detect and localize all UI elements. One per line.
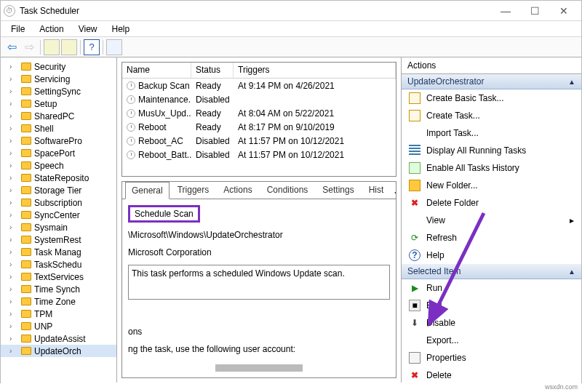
tree-item[interactable]: ›TextServices	[1, 271, 116, 283]
tab-settings[interactable]: Settings	[316, 181, 360, 199]
tab-actions[interactable]: Actions	[217, 181, 258, 199]
task-row[interactable]: Maintenance...Disabled	[122, 92, 396, 106]
actions-section-2[interactable]: Selected Item ▲	[402, 264, 581, 279]
expand-icon: ›	[9, 211, 18, 219]
action-item[interactable]: New Folder...	[402, 177, 581, 194]
tree-item[interactable]: ›StateReposito	[1, 172, 116, 184]
menu-file[interactable]: File	[5, 23, 31, 36]
tree-item-label: StateReposito	[34, 173, 89, 183]
action-item[interactable]: ⟳Refresh	[402, 229, 581, 247]
nav-forward-button[interactable]: ⇨	[21, 39, 37, 55]
action-item[interactable]: Import Task...	[402, 124, 581, 142]
task-status: Disabled	[191, 94, 234, 105]
tree-item[interactable]: ›Security	[1, 60, 116, 73]
folder-icon	[21, 335, 31, 343]
folder-icon	[21, 174, 31, 182]
toolbar-button-1[interactable]	[44, 39, 60, 55]
action-label: Disable	[426, 318, 455, 328]
action-item[interactable]: ✖Delete Folder	[402, 194, 581, 212]
tree-item[interactable]: ›SoftwarePro	[1, 135, 116, 147]
action-item[interactable]: Create Basic Task...	[402, 89, 581, 107]
tree-item[interactable]: ›SharedPC	[1, 110, 116, 122]
action-item[interactable]: Display All Running Tasks	[402, 142, 581, 159]
action-item[interactable]: Export...	[402, 332, 581, 349]
action-item[interactable]: Properties	[402, 349, 581, 367]
tree-item[interactable]: ›Time Zone	[1, 295, 116, 308]
tree-item[interactable]: ›Setup	[1, 97, 116, 110]
action-item[interactable]: ?Help	[402, 247, 581, 264]
tree-item-label: SystemRest	[34, 235, 81, 245]
tree-item-label: Servicing	[34, 74, 70, 84]
list-icon	[409, 145, 420, 156]
menu-help[interactable]: Help	[106, 23, 136, 36]
tab-history[interactable]: Hist	[362, 181, 391, 199]
tree-item[interactable]: ›SettingSync	[1, 85, 116, 97]
menu-view[interactable]: View	[73, 23, 103, 36]
task-status: Ready	[191, 108, 234, 119]
task-row[interactable]: Reboot_Batt...DisabledAt 11:57 PM on 10/…	[122, 148, 396, 161]
close-button[interactable]: ✕	[549, 5, 578, 17]
folder-icon	[21, 112, 31, 120]
task-trigger: At 11:57 PM on 10/12/2021	[234, 135, 396, 147]
collapse-icon: ▲	[568, 268, 575, 276]
tree-item[interactable]: ›Time Synch	[1, 283, 116, 295]
toolbar-button-4[interactable]	[106, 39, 122, 55]
collapse-icon: ▲	[568, 78, 575, 86]
col-triggers[interactable]: Triggers	[234, 63, 396, 78]
tree-item[interactable]: ›UNP	[1, 320, 116, 332]
action-item[interactable]: ✖Delete	[402, 367, 581, 384]
toolbar-button-3[interactable]: ?	[84, 39, 100, 55]
tree-item[interactable]: ›Task Manag	[1, 246, 116, 258]
task-row[interactable]: Backup ScanReadyAt 9:14 PM on 4/26/2021	[122, 79, 396, 92]
tab-conditions[interactable]: Conditions	[260, 181, 315, 199]
tree-pane[interactable]: ›Security›Servicing›SettingSync›Setup›Sh…	[1, 57, 117, 383]
tree-item-label: SoftwarePro	[34, 136, 82, 146]
task-row[interactable]: Reboot_ACDisabledAt 11:57 PM on 10/12/20…	[122, 134, 396, 148]
tab-scroll-left[interactable]: ◂	[391, 185, 396, 199]
task-icon	[127, 151, 135, 159]
tree-item[interactable]: ›Subscription	[1, 196, 116, 209]
action-item[interactable]: ⬇Disable	[402, 314, 581, 332]
task-list[interactable]: Name Status Triggers Backup ScanReadyAt …	[121, 62, 396, 177]
action-item[interactable]: Enable All Tasks History	[402, 159, 581, 177]
action-item[interactable]: ■End	[402, 297, 581, 314]
tree-item[interactable]: ›SyncCenter	[1, 209, 116, 221]
tree-item[interactable]: ›Sysmain	[1, 221, 116, 233]
toolbar-button-2[interactable]	[61, 39, 77, 55]
maximize-button[interactable]: ☐	[520, 5, 549, 17]
tab-general[interactable]: General	[125, 182, 170, 199]
task-row[interactable]: RebootReadyAt 8:17 PM on 9/10/2019	[122, 120, 396, 134]
col-name[interactable]: Name	[122, 63, 191, 78]
task-extra2: ng the task, use the following user acco…	[128, 344, 390, 354]
tree-item[interactable]: ›Shell	[1, 122, 116, 135]
tab-triggers[interactable]: Triggers	[171, 181, 216, 199]
tree-item[interactable]: ›UpdateAssist	[1, 332, 116, 345]
actions-title: Actions	[402, 57, 581, 74]
col-status[interactable]: Status	[191, 63, 234, 78]
titlebar: ⏱ Task Scheduler — ☐ ✕	[1, 1, 581, 21]
actions-section-1[interactable]: UpdateOrchestrator ▲	[402, 74, 581, 89]
task-row[interactable]: MusUx_Upd...ReadyAt 8:04 AM on 5/22/2021	[122, 106, 396, 120]
nav-back-button[interactable]: ⇦	[4, 39, 20, 55]
action-item[interactable]: ▶Run	[402, 279, 581, 297]
tree-item[interactable]: ›SystemRest	[1, 233, 116, 246]
history-icon	[409, 162, 420, 174]
action-item[interactable]: Create Task...	[402, 107, 581, 124]
task-trigger: At 9:14 PM on 4/26/2021	[234, 80, 396, 92]
task-name: Backup Scan	[138, 81, 190, 91]
task-icon	[127, 109, 135, 118]
expand-icon: ›	[9, 174, 18, 182]
detail-scrollbar[interactable]	[215, 364, 303, 372]
minimize-button[interactable]: —	[491, 5, 520, 17]
tree-item[interactable]: ›Speech	[1, 159, 116, 172]
tree-item[interactable]: ›TPM	[1, 308, 116, 320]
tree-item[interactable]: ›TaskSchedu	[1, 258, 116, 271]
tree-item-label: Shell	[34, 124, 54, 134]
action-label: Delete Folder	[426, 198, 479, 208]
menu-action[interactable]: Action	[33, 23, 69, 36]
action-item[interactable]: View▸	[402, 212, 581, 229]
tree-item[interactable]: ›UpdateOrch	[1, 345, 116, 357]
tree-item[interactable]: ›SpacePort	[1, 147, 116, 159]
tree-item[interactable]: ›Servicing	[1, 73, 116, 85]
tree-item[interactable]: ›Storage Tier	[1, 184, 116, 196]
